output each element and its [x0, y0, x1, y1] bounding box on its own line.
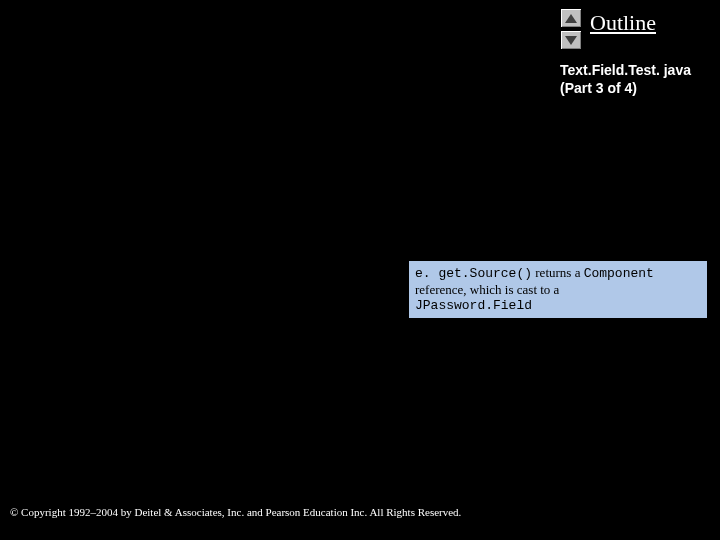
file-part: (Part 3 of 4) — [560, 80, 691, 98]
callout-text-reference: reference, which is cast to a — [415, 282, 559, 297]
callout-code-getsource: e. get.Source() — [415, 266, 532, 281]
svg-line-0 — [243, 276, 410, 285]
callout-text-returns: returns a — [532, 265, 584, 280]
arrow-up-icon — [565, 14, 577, 23]
file-info: Text.Field.Test. java (Part 3 of 4) — [560, 62, 691, 97]
nav-buttons — [560, 8, 582, 50]
callout-code-component: Component — [584, 266, 654, 281]
file-name: Text.Field.Test. java — [560, 62, 691, 80]
svg-marker-1 — [235, 280, 247, 290]
outline-heading: Outline — [590, 10, 656, 36]
copyright-text: © Copyright 1992–2004 by Deitel & Associ… — [10, 506, 461, 518]
arrow-down-icon — [565, 36, 577, 45]
nav-up-button[interactable] — [560, 8, 582, 28]
callout-arrow — [235, 270, 410, 295]
nav-down-button[interactable] — [560, 30, 582, 50]
callout-code-jpasswordfield: JPassword.Field — [415, 298, 532, 313]
callout-box: e. get.Source() returns a Component refe… — [408, 260, 708, 319]
